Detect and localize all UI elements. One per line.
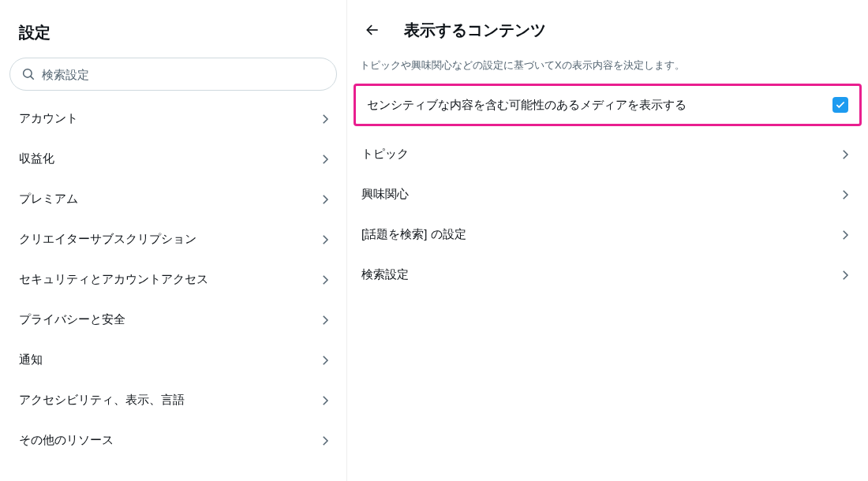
sidebar-item-privacy-safety[interactable]: プライバシーと安全 xyxy=(0,300,346,340)
search-input[interactable] xyxy=(42,68,325,81)
check-icon xyxy=(835,99,846,110)
search-box[interactable] xyxy=(9,58,337,91)
arrow-left-icon xyxy=(365,22,380,38)
sidebar-item-account[interactable]: アカウント xyxy=(0,99,346,139)
chevron-right-icon xyxy=(318,393,332,408)
sidebar-item-label: プレミアム xyxy=(19,192,78,207)
main-header: 表示するコンテンツ xyxy=(347,11,868,54)
sidebar-item-accessibility-display-language[interactable]: アクセシビリティ、表示、言語 xyxy=(0,380,346,420)
sidebar-item-label: プライバシーと安全 xyxy=(19,312,125,327)
svg-line-1 xyxy=(31,76,34,80)
page-description: トピックや興味関心などの設定に基づいてXの表示内容を決定します。 xyxy=(347,54,868,84)
chevron-right-icon xyxy=(838,268,852,282)
chevron-right-icon xyxy=(838,188,852,202)
sidebar-item-label: 通知 xyxy=(19,352,43,367)
sidebar-item-label: セキュリティとアカウントアクセス xyxy=(19,272,208,287)
back-button[interactable] xyxy=(358,16,387,44)
chevron-right-icon xyxy=(318,112,332,126)
sidebar-item-creator-subscriptions[interactable]: クリエイターサブスクリプション xyxy=(0,219,346,259)
settings-sidebar: 設定 アカウント 収益化 プレミアム クリエイターサブスクリプション セキュリテ… xyxy=(0,0,347,481)
option-label: 検索設定 xyxy=(361,267,409,282)
option-label: トピック xyxy=(361,147,409,162)
page-title: 表示するコンテンツ xyxy=(404,20,546,41)
main-panel: 表示するコンテンツ トピックや興味関心などの設定に基づいてXの表示内容を決定しま… xyxy=(347,0,868,481)
sensitive-media-row[interactable]: センシティブな内容を含む可能性のあるメディアを表示する xyxy=(354,84,862,126)
sidebar-item-notifications[interactable]: 通知 xyxy=(0,340,346,380)
search-icon xyxy=(21,67,36,81)
svg-point-0 xyxy=(24,69,32,78)
sidebar-item-label: 収益化 xyxy=(19,151,54,166)
chevron-right-icon xyxy=(318,233,332,247)
sensitive-media-label: センシティブな内容を含む可能性のあるメディアを表示する xyxy=(367,98,687,113)
sidebar-title: 設定 xyxy=(0,13,346,58)
chevron-right-icon xyxy=(318,353,332,367)
option-search-settings[interactable]: 検索設定 xyxy=(347,255,868,295)
chevron-right-icon xyxy=(838,228,852,242)
sensitive-media-checkbox[interactable] xyxy=(832,97,848,113)
sidebar-item-monetization[interactable]: 収益化 xyxy=(0,139,346,179)
option-interests[interactable]: 興味関心 xyxy=(347,174,868,214)
chevron-right-icon xyxy=(318,152,332,166)
option-topics[interactable]: トピック xyxy=(347,134,868,174)
chevron-right-icon xyxy=(318,434,332,448)
sidebar-item-security-access[interactable]: セキュリティとアカウントアクセス xyxy=(0,259,346,300)
sidebar-item-premium[interactable]: プレミアム xyxy=(0,179,346,219)
option-label: 興味関心 xyxy=(361,187,409,202)
sidebar-item-label: アクセシビリティ、表示、言語 xyxy=(19,393,185,408)
chevron-right-icon xyxy=(318,192,332,207)
option-label: [話題を検索] の設定 xyxy=(361,227,466,242)
sidebar-item-label: その他のリソース xyxy=(19,433,114,448)
chevron-right-icon xyxy=(838,147,852,162)
option-explore-settings[interactable]: [話題を検索] の設定 xyxy=(347,214,868,255)
sidebar-item-label: クリエイターサブスクリプション xyxy=(19,232,196,247)
sidebar-item-label: アカウント xyxy=(19,111,78,126)
chevron-right-icon xyxy=(318,313,332,327)
search-wrap xyxy=(0,58,346,99)
sidebar-item-other-resources[interactable]: その他のリソース xyxy=(0,420,346,460)
chevron-right-icon xyxy=(318,273,332,287)
